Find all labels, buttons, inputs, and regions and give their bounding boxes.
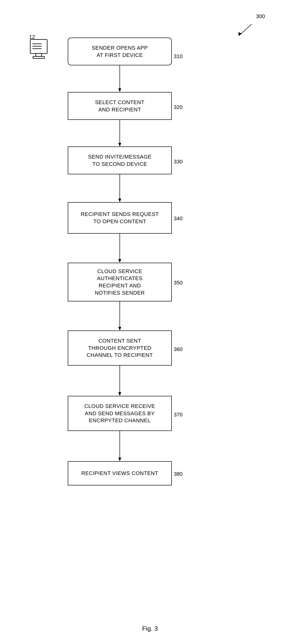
box-360: CONTENT SENTTHROUGH ENCRYPTEDCHANNEL TO … [68,330,172,366]
diagram-container: 12 300 SENDER OPENS APPAT FIRST DEVICE 3… [0,0,300,644]
ref-300-label: 300 [256,13,265,20]
box-320: SELECT CONTENTAND RECIPIENT [68,92,172,120]
ref-360-label: 360 [174,346,183,352]
box-320-label: SELECT CONTENTAND RECIPIENT [95,99,145,113]
device-icon [29,38,48,60]
box-310: SENDER OPENS APPAT FIRST DEVICE [68,38,172,65]
ref-350-label: 350 [174,280,183,286]
ref-370-label: 370 [174,412,183,418]
ref-340-label: 340 [174,216,183,222]
svg-line-14 [240,24,252,35]
svg-marker-15 [238,32,242,36]
box-340-label: RECIPIENT SENDS REQUESTTO OPEN CONTENT [81,211,159,225]
svg-marker-11 [118,392,121,396]
svg-marker-13 [118,458,121,461]
box-350-label: CLOUD SERVICEAUTHENTICATESRECIPIENT ANDN… [95,268,145,296]
box-330: SEND INVITE/MESSAGETO SECOND DEVICE [68,146,172,174]
svg-marker-1 [118,88,121,92]
svg-marker-7 [118,259,121,263]
box-310-label: SENDER OPENS APPAT FIRST DEVICE [92,44,148,58]
box-370: CLOUD SERVICE RECEIVEAND SEND MESSAGES B… [68,396,172,431]
ref-320-label: 320 [174,104,183,110]
svg-marker-9 [118,327,121,330]
svg-rect-20 [36,54,42,56]
svg-marker-5 [118,198,121,202]
box-340: RECIPIENT SENDS REQUESTTO OPEN CONTENT [68,202,172,234]
box-380-label: RECIPIENT VIEWS CONTENT [81,470,158,477]
ref-330-label: 330 [174,158,183,165]
box-330-label: SEND INVITE/MESSAGETO SECOND DEVICE [88,153,152,168]
svg-marker-3 [118,143,121,146]
svg-rect-21 [33,56,44,58]
box-350: CLOUD SERVICEAUTHENTICATESRECIPIENT ANDN… [68,263,172,302]
box-360-label: CONTENT SENTTHROUGH ENCRYPTEDCHANNEL TO … [87,337,153,359]
box-380: RECIPIENT VIEWS CONTENT [68,461,172,486]
box-370-label: CLOUD SERVICE RECEIVEAND SEND MESSAGES B… [84,402,155,424]
figure-label: Fig. 3 [142,625,158,632]
ref-310-label: 310 [174,53,183,60]
ref-380-label: 380 [174,471,183,477]
